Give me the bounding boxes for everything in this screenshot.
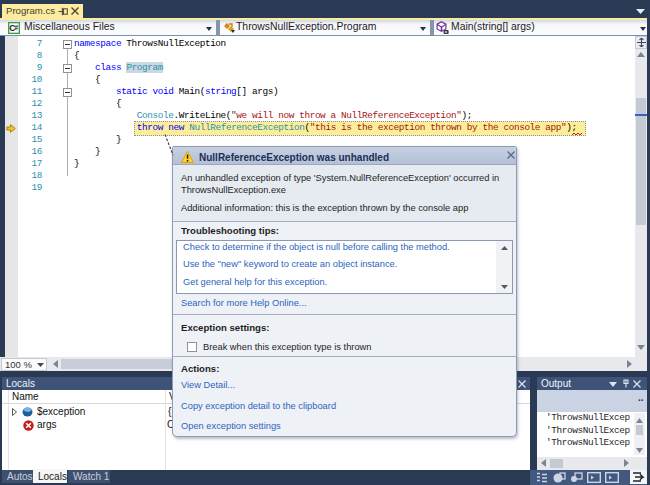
svg-text:#: # xyxy=(15,24,19,31)
